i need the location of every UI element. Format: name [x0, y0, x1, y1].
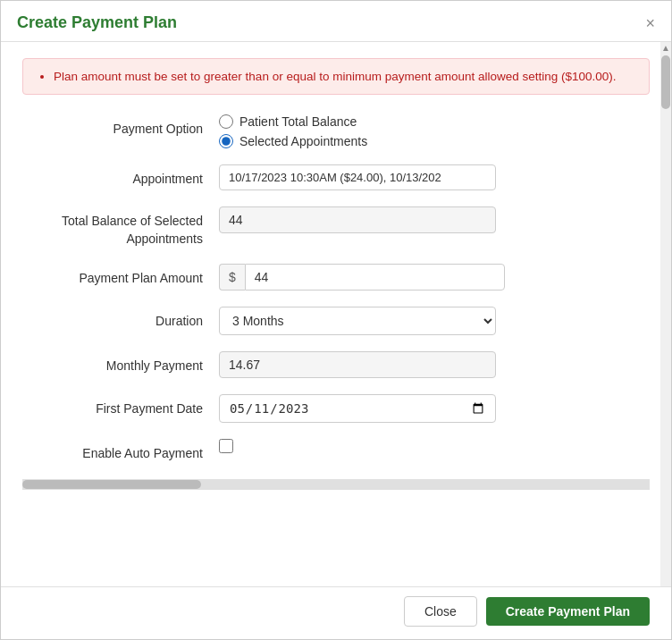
first-payment-date-row: First Payment Date [22, 394, 650, 423]
monthly-payment-input [219, 351, 496, 378]
total-balance-control [219, 206, 650, 233]
duration-label: Duration [22, 307, 219, 331]
form-section: Payment Option Patient Total Balance Sel… [22, 114, 650, 463]
duration-row: Duration 1 Month 2 Months 3 Months 4 Mon… [22, 307, 650, 335]
radio-patient-total-balance-label: Patient Total Balance [239, 114, 357, 129]
monthly-payment-row: Monthly Payment [22, 351, 650, 378]
payment-option-label: Payment Option [22, 114, 219, 139]
radio-patient-total-balance[interactable]: Patient Total Balance [219, 114, 650, 129]
first-payment-date-label: First Payment Date [22, 394, 219, 418]
scrollbar-h-thumb[interactable] [22, 480, 201, 489]
currency-symbol: $ [219, 264, 245, 291]
error-message-box: Plan amount must be set to greater than … [22, 58, 650, 95]
scrollbar-horizontal[interactable] [22, 479, 650, 490]
create-payment-plan-button[interactable]: Create Payment Plan [486, 597, 650, 626]
total-balance-label: Total Balance of Selected Appointments [22, 206, 219, 248]
modal-footer: Close Create Payment Plan [1, 586, 671, 639]
payment-option-row: Payment Option Patient Total Balance Sel… [22, 114, 650, 148]
enable-auto-payment-control [219, 439, 650, 453]
radio-selected-appointments[interactable]: Selected Appointments [219, 134, 650, 148]
payment-option-controls: Patient Total Balance Selected Appointme… [219, 114, 650, 148]
error-text: Plan amount must be set to greater than … [54, 70, 617, 83]
scrollbar-vertical[interactable]: ▲ [660, 42, 671, 586]
duration-control: 1 Month 2 Months 3 Months 4 Months 5 Mon… [219, 307, 650, 335]
enable-auto-payment-label: Enable Auto Payment [22, 439, 219, 463]
plan-amount-label: Payment Plan Amount [22, 264, 219, 288]
monthly-payment-control [219, 351, 650, 378]
first-payment-date-input[interactable] [219, 394, 496, 423]
appointment-control [219, 164, 650, 190]
close-button[interactable]: Close [404, 596, 477, 627]
appointment-input[interactable] [219, 164, 496, 190]
modal-header: Create Payment Plan × [1, 1, 671, 42]
scrollbar-thumb[interactable] [661, 55, 670, 109]
plan-amount-control: $ [219, 264, 650, 291]
appointment-row: Appointment [22, 164, 650, 190]
radio-selected-appointments-label: Selected Appointments [239, 134, 367, 148]
appointment-label: Appointment [22, 164, 219, 189]
scroll-up-arrow[interactable]: ▲ [660, 42, 671, 54]
enable-auto-payment-row: Enable Auto Payment [22, 439, 650, 463]
first-payment-date-control [219, 394, 650, 423]
modal-title: Create Payment Plan [17, 13, 177, 32]
amount-row: $ [219, 264, 505, 291]
close-x-button[interactable]: × [645, 15, 655, 31]
modal-body: ▲ Plan amount must be set to greater tha… [1, 42, 671, 586]
duration-select[interactable]: 1 Month 2 Months 3 Months 4 Months 5 Mon… [219, 307, 496, 335]
modal: Create Payment Plan × ▲ Plan amount must… [0, 0, 672, 640]
radio-selected-appointments-input[interactable] [219, 134, 233, 148]
enable-auto-payment-checkbox[interactable] [219, 439, 233, 453]
total-balance-row: Total Balance of Selected Appointments [22, 206, 650, 248]
plan-amount-row: Payment Plan Amount $ [22, 264, 650, 291]
monthly-payment-label: Monthly Payment [22, 351, 219, 375]
radio-patient-total-balance-input[interactable] [219, 114, 233, 129]
total-balance-input [219, 206, 496, 233]
plan-amount-input[interactable] [245, 264, 505, 291]
